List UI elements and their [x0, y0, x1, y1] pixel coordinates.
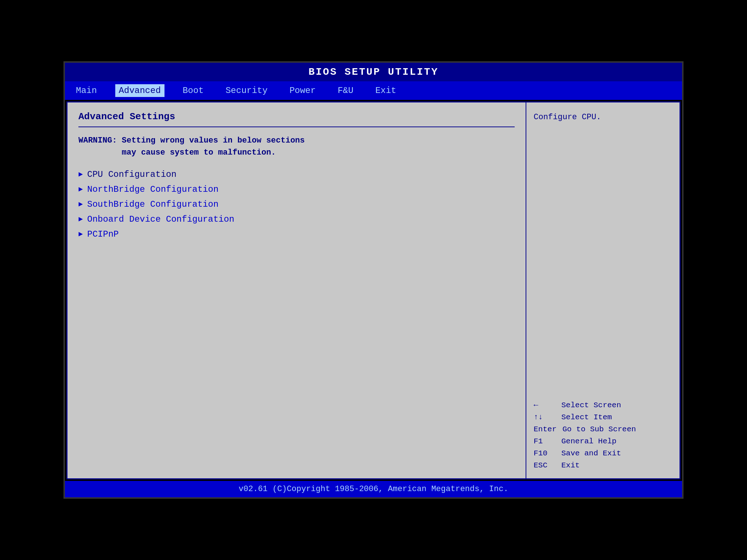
key-f1: F1 [534, 437, 556, 446]
key-row-enter: Enter Go to Sub Screen [534, 425, 672, 433]
key-arrow-left: ← [534, 401, 556, 409]
menu-item-cpu-label: CPU Configuration [87, 170, 177, 179]
key-desc-esc: Exit [561, 461, 580, 470]
key-row-f1: F1 General Help [534, 437, 672, 446]
key-row-f10: F10 Save and Exit [534, 449, 672, 458]
menu-item-northbridge-label: NorthBridge Configuration [87, 184, 218, 194]
arrow-icon-southbridge: ► [78, 200, 83, 209]
arrow-icon-cpu: ► [78, 170, 83, 179]
right-panel: Configure CPU. ← Select Screen ↑↓ Select… [526, 102, 680, 478]
key-arrow-updown: ↑↓ [534, 413, 556, 421]
menu-item-onboard[interactable]: ► Onboard Device Configuration [78, 214, 515, 224]
warning-line1: WARNING: Setting wrong values in below s… [78, 136, 305, 145]
key-row-select-item: ↑↓ Select Item [534, 413, 672, 421]
key-esc: ESC [534, 461, 556, 470]
bios-screen: BIOS SETUP UTILITY Main Advanced Boot Se… [63, 61, 684, 499]
key-desc-f1: General Help [561, 437, 616, 446]
warning-text: WARNING: Setting wrong values in below s… [78, 135, 515, 159]
content-area: Advanced Settings WARNING: Setting wrong… [66, 101, 681, 479]
section-title: Advanced Settings [78, 111, 515, 122]
arrow-icon-pcipnp: ► [78, 230, 83, 238]
title-text: BIOS SETUP UTILITY [309, 66, 438, 78]
menu-fu[interactable]: F&U [334, 84, 357, 97]
menu-boot[interactable]: Boot [179, 84, 208, 97]
menu-power[interactable]: Power [286, 84, 320, 97]
menu-item-pcipnp-label: PCIPnP [87, 229, 119, 239]
menu-advanced[interactable]: Advanced [115, 84, 165, 97]
key-desc-enter: Go to Sub Screen [562, 425, 636, 433]
warning-line2: may cause system to malfunction. [78, 148, 276, 157]
menu-item-northbridge[interactable]: ► NorthBridge Configuration [78, 184, 515, 194]
key-help-section: ← Select Screen ↑↓ Select Item Enter Go … [534, 401, 672, 470]
footer-text: v02.61 (C)Copyright 1985-2006, American … [239, 485, 508, 494]
arrow-icon-northbridge: ► [78, 185, 83, 194]
key-row-esc: ESC Exit [534, 461, 672, 470]
key-desc-f10: Save and Exit [561, 449, 621, 458]
menu-item-southbridge[interactable]: ► SouthBridge Configuration [78, 199, 515, 209]
title-bar: BIOS SETUP UTILITY [65, 63, 682, 81]
left-panel: Advanced Settings WARNING: Setting wrong… [67, 102, 526, 478]
key-desc-select-item: Select Item [561, 413, 612, 421]
menu-item-onboard-label: Onboard Device Configuration [87, 214, 234, 224]
menu-item-pcipnp[interactable]: ► PCIPnP [78, 229, 515, 239]
footer: v02.61 (C)Copyright 1985-2006, American … [65, 481, 682, 497]
section-divider [78, 127, 515, 127]
key-enter: Enter [534, 425, 557, 433]
key-row-select-screen: ← Select Screen [534, 401, 672, 409]
menu-exit[interactable]: Exit [372, 84, 400, 97]
menu-bar: Main Advanced Boot Security Power F&U Ex… [65, 81, 682, 100]
menu-main[interactable]: Main [72, 84, 101, 97]
menu-item-cpu[interactable]: ► CPU Configuration [78, 170, 515, 179]
menu-item-southbridge-label: SouthBridge Configuration [87, 199, 218, 209]
key-desc-select-screen: Select Screen [561, 401, 621, 409]
key-f10: F10 [534, 449, 556, 458]
help-text: Configure CPU. [534, 111, 672, 123]
menu-list: ► CPU Configuration ► NorthBridge Config… [78, 170, 515, 239]
arrow-icon-onboard: ► [78, 215, 83, 223]
menu-security[interactable]: Security [222, 84, 271, 97]
